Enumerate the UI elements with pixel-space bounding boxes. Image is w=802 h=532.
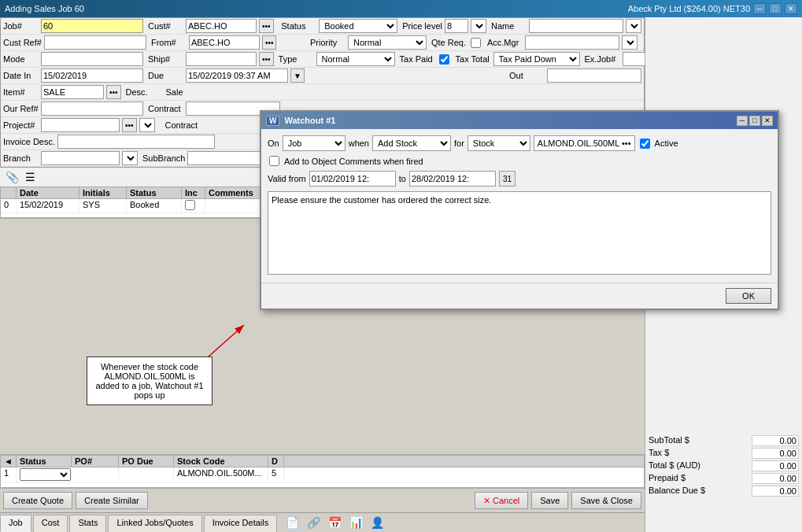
out-input[interactable]	[547, 68, 641, 83]
active-checkbox[interactable]	[640, 139, 650, 149]
cust-dots-button[interactable]: •••	[259, 19, 274, 33]
bcol-status: Status	[17, 456, 72, 467]
datein-input[interactable]	[41, 68, 143, 83]
stock-code-value: ALMOND.OIL.500ML •••	[538, 139, 631, 148]
close-button[interactable]: ✕	[785, 3, 797, 14]
brow-po	[72, 467, 119, 482]
project-arrow[interactable]	[139, 118, 155, 132]
accmgr-input[interactable]	[525, 35, 619, 50]
tab-invoice[interactable]: Invoice Details	[204, 515, 278, 532]
tax-value: 0.00	[752, 448, 799, 459]
branch-arrow[interactable]	[122, 151, 138, 165]
note-icon-button[interactable]: 📄	[283, 515, 301, 530]
row-initials: SYS	[79, 199, 127, 212]
name-input[interactable]	[529, 19, 623, 33]
name-label: Name	[491, 21, 527, 31]
project-dots-button[interactable]: •••	[122, 118, 137, 132]
ship-input[interactable]	[186, 52, 257, 66]
from-dots-button[interactable]: •••	[262, 35, 277, 50]
ok-button[interactable]: OK	[726, 288, 771, 304]
dialog-icon: W	[266, 116, 279, 126]
tab-job[interactable]: Job	[0, 515, 31, 532]
cust-input[interactable]	[186, 19, 257, 33]
mode-input[interactable]	[41, 52, 143, 66]
prepaid-label: Prepaid $	[649, 473, 686, 484]
calendar-icon-button[interactable]: 📅	[326, 515, 344, 530]
dialog-close-button[interactable]: ✕	[762, 116, 773, 126]
save-button[interactable]: Save	[531, 492, 568, 509]
name-select[interactable]	[626, 19, 641, 33]
qtereq-checkbox[interactable]	[471, 38, 481, 48]
paperclip-button[interactable]: 📎	[3, 169, 21, 185]
addtoobj-checkbox[interactable]	[269, 156, 279, 166]
validto-input[interactable]	[409, 171, 496, 187]
subtotal-label: SubTotal $	[649, 435, 689, 446]
dialog-maximize-button[interactable]: □	[749, 116, 760, 126]
addtoobj-label: Add to Object Comments when fired	[284, 157, 423, 166]
due-dots-button[interactable]: ▼	[290, 68, 305, 83]
custref-input[interactable]	[44, 35, 146, 50]
create-similar-button[interactable]: Create Similar	[76, 492, 148, 509]
balance-label: Balance Due $	[649, 486, 705, 497]
row-status: Booked	[127, 199, 182, 212]
calendar-btn[interactable]: 31	[499, 171, 516, 187]
col-inc: Inc	[182, 187, 205, 198]
stock-code-field[interactable]: ALMOND.OIL.500ML •••	[534, 135, 635, 151]
ourref-input[interactable]	[41, 102, 143, 116]
job-input[interactable]	[41, 19, 143, 33]
brow-stockcode: ALMOND.OIL.500M...	[174, 467, 268, 482]
subbranch-input[interactable]	[187, 151, 266, 165]
exjob-input[interactable]	[623, 52, 645, 66]
brow-status-select[interactable]	[20, 468, 71, 481]
tab-stats[interactable]: Stats	[69, 515, 106, 532]
taxpaid-label: Tax Paid	[400, 54, 435, 64]
tab-linked[interactable]: Linked Jobs/Quotes	[108, 515, 201, 532]
on-select[interactable]: Job	[283, 135, 346, 151]
taxtotal-select[interactable]: Tax Paid Down	[493, 52, 580, 66]
when-select[interactable]: Add Stock	[372, 135, 451, 151]
brow-d: 5	[268, 467, 284, 482]
type-select[interactable]: Normal	[316, 52, 395, 66]
item-dots-button[interactable]: •••	[106, 85, 121, 99]
total-row: Total $ (AUD) 0.00	[649, 460, 799, 472]
custref-label: Cust Ref#	[3, 38, 42, 47]
bcol-podue: PO Due	[119, 456, 174, 467]
price-level-input[interactable]	[445, 19, 468, 33]
ship-dots-button[interactable]: •••	[259, 52, 274, 66]
desc-label: Desc.	[126, 87, 161, 97]
person-icon-button[interactable]: 👤	[368, 515, 386, 530]
from-input[interactable]	[189, 35, 260, 50]
bottom-grid-row[interactable]: 1 ALMOND.OIL.500M... 5	[1, 467, 644, 482]
project-input[interactable]	[41, 118, 120, 132]
priority-select[interactable]: Normal	[348, 35, 427, 50]
list-button[interactable]: ☰	[23, 169, 38, 185]
subtotal-row: SubTotal $ 0.00	[649, 434, 799, 447]
for-select[interactable]: Stock	[468, 135, 530, 151]
branch-input[interactable]	[41, 151, 120, 165]
message-textarea[interactable]: Please ensure the customer has ordered t…	[268, 191, 771, 275]
tax-label: Tax $	[649, 448, 669, 459]
chart-icon-button[interactable]: 📊	[347, 515, 365, 530]
status-select[interactable]: Booked	[319, 19, 397, 33]
invoicedesc-input[interactable]	[57, 135, 215, 149]
from-label: From#	[151, 38, 187, 47]
item-input[interactable]	[41, 85, 104, 99]
accmgr-select[interactable]	[622, 35, 638, 50]
tab-cost[interactable]: Cost	[33, 515, 68, 532]
due-input[interactable]	[186, 68, 288, 83]
cancel-button[interactable]: ✕ Cancel	[475, 492, 528, 509]
job-label: Job#	[3, 21, 39, 31]
minimize-button[interactable]: ─	[753, 3, 766, 14]
total-label: Total $ (AUD)	[649, 460, 700, 471]
svg-line-1	[209, 325, 244, 357]
create-quote-button[interactable]: Create Quote	[3, 492, 72, 509]
price-level-select[interactable]	[471, 19, 486, 33]
validfrom-input[interactable]	[309, 171, 396, 187]
maximize-button[interactable]: □	[769, 3, 782, 14]
watchout-dialog[interactable]: W Watchout #1 ─ □ ✕ On Job when	[260, 110, 779, 310]
taxpaid-checkbox[interactable]	[439, 54, 449, 65]
save-close-button[interactable]: Save & Close	[571, 492, 641, 509]
link-icon-button[interactable]: 🔗	[305, 515, 323, 530]
dialog-minimize-button[interactable]: ─	[737, 116, 748, 126]
bcol-stockcode: Stock Code	[174, 456, 268, 467]
